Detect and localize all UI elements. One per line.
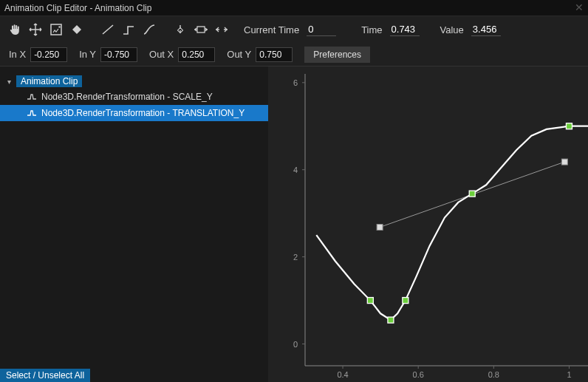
svg-text:0.4: 0.4 [337,370,348,379]
svg-rect-27 [403,298,408,304]
preferences-button[interactable]: Preferences [304,47,370,63]
track-icon [27,108,37,118]
svg-rect-29 [566,123,572,129]
tree-track-row[interactable]: Node3D.RenderTransformation - TRANSLATIO… [0,105,268,121]
curve-tangent-icon[interactable] [140,21,158,38]
svg-text:1: 1 [567,370,571,379]
svg-rect-25 [367,298,373,304]
track-label: Node3D.RenderTransformation - SCALE_Y [41,92,213,102]
svg-text:0: 0 [293,340,298,349]
time-value[interactable]: 0.743 [390,24,420,36]
tree-track-row[interactable]: Node3D.RenderTransformation - SCALE_Y [0,89,268,105]
track-tree: ▾ Animation Clip Node3D.RenderTransforma… [0,66,268,382]
svg-rect-24 [561,159,567,165]
current-time-label: Current Time [244,24,299,35]
svg-rect-26 [388,317,394,323]
value-input[interactable]: 3.456 [471,24,501,36]
out-x-label: Out X [149,49,174,60]
track-label: Node3D.RenderTransformation - TRANSLATIO… [41,108,245,118]
svg-rect-0 [51,24,61,35]
select-unselect-all-button[interactable]: Select / Unselect All [0,369,90,382]
svg-rect-3 [197,27,205,33]
close-icon[interactable]: ✕ [573,1,585,13]
hand-icon[interactable] [6,21,24,38]
current-time-value[interactable]: 0 [307,24,336,36]
svg-text:4: 4 [293,166,298,174]
out-y-label: Out Y [227,49,251,60]
tree-expander-icon[interactable]: ▾ [4,78,13,86]
time-label: Time [361,24,382,35]
in-y-input[interactable] [100,47,137,62]
frame-icon[interactable] [47,21,65,38]
linear-tangent-icon[interactable] [99,21,117,38]
in-y-label: In Y [79,49,96,60]
svg-text:0.8: 0.8 [488,370,499,379]
svg-rect-23 [377,225,383,231]
svg-text:0.6: 0.6 [413,370,424,379]
svg-point-1 [58,26,60,27]
snap-key-icon[interactable] [171,21,189,38]
diamond-key-icon[interactable] [68,21,86,38]
in-x-label: In X [9,49,26,60]
track-icon [27,92,37,102]
svg-text:6: 6 [293,78,298,87]
curve-graph[interactable]: 02460.40.60.81 [268,66,588,382]
tree-root-label[interactable]: Animation Clip [16,75,82,87]
svg-text:2: 2 [293,253,298,262]
window-title: Animation Clip Editor - Animation Clip [4,3,151,13]
move-icon[interactable] [27,21,44,38]
fit-horizontal-icon[interactable] [192,21,210,38]
out-y-input[interactable] [256,47,293,62]
in-x-input[interactable] [30,47,67,62]
fit-both-icon[interactable] [213,21,230,38]
svg-rect-28 [469,191,475,197]
out-x-input[interactable] [178,47,215,62]
step-tangent-icon[interactable] [120,21,137,38]
value-label: Value [440,24,464,35]
